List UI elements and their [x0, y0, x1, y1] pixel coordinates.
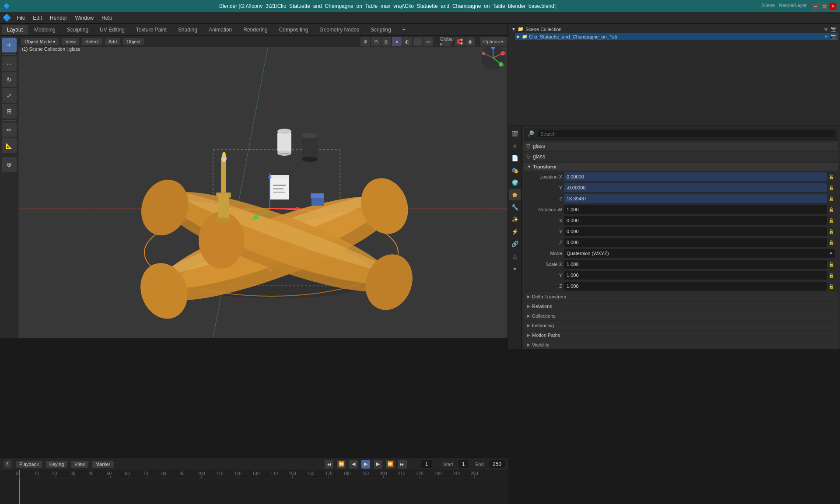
rotation-z-lock[interactable]: 🔓: [829, 240, 835, 245]
close-button[interactable]: ✕: [830, 3, 836, 10]
select-menu[interactable]: Select: [82, 38, 102, 45]
view-menu-timeline[interactable]: View: [71, 461, 88, 468]
scale-x-lock[interactable]: 🔓: [829, 262, 835, 267]
snap-button[interactable]: 🧲: [455, 37, 465, 46]
instancing-header[interactable]: ▶ Instancing: [524, 321, 838, 330]
viewport-render-mode-solid[interactable]: ●: [392, 37, 402, 46]
tool-rotate[interactable]: ↻: [2, 72, 17, 87]
visibility-header[interactable]: ▶ Visibility: [524, 340, 838, 349]
timeline-tracks[interactable]: [0, 479, 508, 504]
location-x-lock[interactable]: 🔓: [829, 175, 835, 179]
object-menu[interactable]: Object: [123, 38, 144, 45]
marker-menu[interactable]: Marker: [92, 461, 114, 468]
viewport-3d[interactable]: X Z Y User Perspective (1) Scene Collect…: [18, 36, 508, 338]
jump-next-key-btn[interactable]: ⏩: [386, 460, 395, 469]
prop-icon-physics[interactable]: ⚡: [509, 226, 521, 237]
jump-start-btn[interactable]: ⏮: [325, 460, 333, 469]
tab-layout[interactable]: Layout: [2, 25, 28, 35]
prop-icon-world[interactable]: 🌍: [509, 177, 521, 188]
menu-render[interactable]: Render: [46, 14, 70, 22]
delta-transform-header[interactable]: ▶ Delta Transform: [524, 292, 838, 301]
rotation-y-field[interactable]: 0.000: [564, 227, 827, 236]
step-back-btn[interactable]: ◀: [349, 460, 358, 469]
tool-transform[interactable]: ⊞: [2, 104, 17, 119]
scale-y-field[interactable]: 1.000: [564, 271, 827, 280]
frame-start-input[interactable]: 1: [458, 460, 469, 468]
rotation-x-lock[interactable]: 🔓: [829, 218, 835, 223]
rotation-w-lock[interactable]: 🔓: [829, 207, 835, 212]
scale-x-field[interactable]: 1.000: [564, 260, 827, 269]
tool-scale[interactable]: ⤢: [2, 88, 17, 103]
transform-header[interactable]: ▼ Transform: [524, 163, 838, 171]
tab-add[interactable]: +: [397, 25, 411, 35]
collections-header[interactable]: ▶ Collections: [524, 312, 838, 320]
prop-icon-constraints[interactable]: 🔗: [509, 238, 521, 249]
obj-name[interactable]: glass: [533, 143, 545, 149]
options-button[interactable]: Options ▾: [480, 37, 507, 46]
properties-search-input[interactable]: [538, 130, 835, 137]
play-btn[interactable]: ▶: [361, 460, 370, 469]
viewport-render-mode-render[interactable]: ⬛: [413, 37, 423, 46]
tool-cursor[interactable]: ✛: [2, 38, 17, 52]
tab-rendering[interactable]: Rendering: [238, 25, 273, 35]
relations-header[interactable]: ▶ Relations: [524, 302, 838, 311]
rotation-x-field[interactable]: 0.000: [564, 216, 827, 225]
step-fwd-btn[interactable]: ▶: [374, 460, 382, 469]
tab-animation[interactable]: Animation: [203, 25, 237, 35]
tab-texture-paint[interactable]: Texture Paint: [131, 25, 172, 35]
prop-icon-modifier[interactable]: 🔧: [509, 201, 521, 213]
maximize-button[interactable]: □: [821, 3, 828, 10]
tab-scripting[interactable]: Scripting: [365, 25, 396, 35]
tab-shading[interactable]: Shading: [173, 25, 203, 35]
tool-measure[interactable]: 📐: [2, 138, 17, 153]
add-menu[interactable]: Add: [105, 38, 121, 45]
outliner-item-main[interactable]: ▶ 📁 Clio_Statuette_and_Champagne_on_Tab …: [515, 33, 838, 40]
timeline-ruler[interactable]: 0102030405060708090100110120130140150160…: [0, 470, 508, 479]
jump-prev-key-btn[interactable]: ⏪: [337, 460, 346, 469]
jump-end-btn[interactable]: ⏭: [398, 460, 407, 469]
location-x-field[interactable]: 0.00000: [564, 172, 827, 181]
prop-icon-data[interactable]: △: [509, 250, 521, 262]
location-y-field[interactable]: -0.00000: [564, 183, 827, 192]
location-z-lock[interactable]: 🔓: [829, 196, 835, 201]
menu-help[interactable]: Help: [98, 14, 116, 22]
location-y-lock[interactable]: 🔓: [829, 186, 835, 190]
rotation-y-lock[interactable]: 🔓: [829, 229, 835, 234]
tab-compositing[interactable]: Compositing: [274, 25, 314, 35]
menu-edit[interactable]: Edit: [29, 14, 46, 22]
tool-move[interactable]: ↔: [2, 56, 17, 71]
tab-modeling[interactable]: Modeling: [29, 25, 61, 35]
scale-z-lock[interactable]: 🔓: [829, 284, 835, 289]
keying-menu[interactable]: Keying: [46, 461, 68, 468]
outliner-eye-icon[interactable]: 👁: [824, 27, 829, 32]
motion-paths-header[interactable]: ▶ Motion Paths: [524, 331, 838, 340]
outliner-cam-icon[interactable]: 📷: [830, 26, 836, 32]
playback-menu[interactable]: Playback: [16, 461, 42, 468]
rotation-mode-dropdown[interactable]: Quaternion (WXYZ) ▾: [564, 249, 835, 258]
view-menu[interactable]: View: [62, 38, 79, 45]
menu-window[interactable]: Window: [71, 14, 97, 22]
current-frame-display[interactable]: 1: [421, 460, 433, 468]
outliner-item-cam[interactable]: 📷: [830, 34, 836, 39]
viewport-render-mode-material[interactable]: ◐: [402, 37, 412, 46]
prop-icon-output[interactable]: 🖨: [509, 140, 521, 151]
tool-annotate[interactable]: ✏: [2, 122, 17, 137]
global-local-toggle[interactable]: Global ▾: [442, 37, 452, 46]
menu-file[interactable]: File: [13, 14, 28, 22]
minimize-button[interactable]: ─: [812, 3, 819, 10]
rotation-z-field[interactable]: 0.000: [564, 238, 827, 247]
viewport-xray-toggle[interactable]: ◎: [382, 37, 391, 46]
viewport-overlays-toggle[interactable]: ⊙: [371, 37, 381, 46]
tab-sculpting[interactable]: Sculpting: [62, 25, 94, 35]
object-mode-selector[interactable]: Object Mode ▾: [21, 38, 59, 46]
prop-icon-material[interactable]: ●: [509, 262, 521, 274]
proportional-edit[interactable]: ◉: [466, 37, 475, 46]
rotation-w-field[interactable]: 1.000: [564, 205, 827, 214]
viewport-render-mode-wireframe[interactable]: ▭: [424, 37, 433, 46]
viewport-gizmo-toggle[interactable]: ⊕: [360, 37, 370, 46]
tab-geometry-nodes[interactable]: Geometry Nodes: [314, 25, 364, 35]
scale-z-field[interactable]: 1.000: [564, 282, 827, 290]
prop-icon-object[interactable]: ⬟: [509, 189, 521, 200]
tab-uv-editing[interactable]: UV Editing: [94, 25, 130, 35]
scale-y-lock[interactable]: 🔓: [829, 273, 835, 278]
